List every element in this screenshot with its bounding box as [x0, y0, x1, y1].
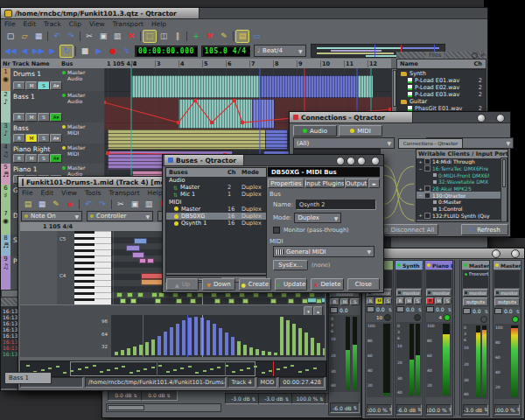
tempo-display[interactable]: 105.0 4/4 [201, 46, 250, 57]
velocity-bar[interactable] [231, 337, 234, 355]
monitor-button[interactable]: monitor [494, 289, 520, 297]
files-dock-titlebar[interactable]: Files ✕ [396, 52, 486, 59]
expander-icon[interactable]: + [418, 186, 423, 192]
tree-item[interactable]: −16:TerraTec DMX6Fire [416, 165, 508, 172]
stepper-icon[interactable]: ⇅ [484, 407, 487, 412]
copy-button[interactable]: ▣ [128, 198, 142, 211]
expander-icon[interactable]: + [418, 213, 423, 218]
stepper-icon[interactable]: ⇅ [388, 307, 392, 312]
col-nr[interactable]: Nr [1, 60, 12, 67]
knob-row[interactable]: 4 [427, 314, 451, 321]
midi-note[interactable] [139, 258, 146, 263]
tree-item-selected[interactable]: −130:Qtractor [416, 192, 508, 199]
velocity-bar[interactable] [158, 336, 161, 355]
slider-handle[interactable] [330, 307, 338, 313]
col-bus[interactable]: Bus [61, 60, 73, 67]
plugin-list[interactable]: Freeverb ( [463, 270, 488, 288]
velocity-bar[interactable] [219, 328, 222, 355]
undo-button[interactable]: ↶ [81, 198, 95, 211]
velocity-bar[interactable] [145, 342, 149, 355]
track-bus-cell[interactable]: MasterMIDI [62, 145, 86, 158]
track-m-button[interactable]: M [25, 154, 38, 163]
midi-note[interactable] [137, 292, 144, 298]
add-track-button[interactable]: + [189, 30, 203, 43]
velocity-bar[interactable] [115, 352, 118, 355]
panic-button[interactable]: ↯ [120, 45, 134, 58]
buses-titlebar[interactable]: Buses - Qtractor [164, 155, 244, 165]
track-r-button[interactable]: R [367, 298, 374, 304]
menu-transport[interactable]: Transport [108, 189, 139, 197]
lane-type-select[interactable]: Controller▼ [87, 211, 153, 221]
stepper-icon[interactable]: ⇅ [517, 407, 520, 412]
midi-note[interactable] [120, 298, 126, 304]
midi-note[interactable] [190, 298, 196, 304]
file-system-button[interactable]: ▤ [235, 30, 249, 43]
undo-button[interactable]: ↶ [50, 30, 64, 43]
track-m-button[interactable]: M [340, 298, 350, 305]
menu-help[interactable]: Help [148, 189, 163, 197]
knob-icon[interactable] [444, 314, 451, 321]
menu-edit[interactable]: Edit [24, 20, 37, 28]
stop-button[interactable]: ■ [78, 45, 92, 58]
track-r-button[interactable]: R [13, 134, 25, 143]
tab-audio[interactable]: Audio [293, 125, 337, 136]
midi-note[interactable] [132, 252, 144, 258]
save-file-button[interactable]: ▦ [35, 198, 49, 211]
tree-item[interactable]: +14:Midi Through [416, 158, 508, 165]
update-button[interactable]: ✔Update [275, 278, 307, 290]
velocity-bar[interactable] [304, 332, 308, 355]
clip[interactable] [178, 99, 254, 129]
slider-handle[interactable] [426, 306, 434, 312]
midi-note[interactable] [302, 298, 308, 304]
midi-note[interactable] [176, 298, 182, 304]
open-session-button[interactable]: ▱ [18, 30, 32, 43]
slider-handle[interactable] [494, 308, 502, 314]
midi-note[interactable] [151, 292, 158, 298]
create-button[interactable]: ●Create [239, 278, 271, 290]
save-session-button[interactable]: ▦ [32, 30, 46, 43]
track-s-button[interactable]: S [444, 298, 452, 304]
gain-value[interactable]: 100.0 %⇅ [291, 393, 328, 404]
stepper-icon[interactable]: ⇅ [389, 407, 392, 412]
track-s-button[interactable]: S [38, 134, 50, 143]
gain-value[interactable]: -6.0 dB⇅ [330, 402, 360, 413]
velocity-bar[interactable] [237, 341, 241, 355]
track-s-button[interactable]: S [384, 298, 392, 304]
stepper-icon[interactable]: ⇅ [449, 407, 452, 412]
outputs-button[interactable]: outputs [494, 298, 520, 306]
fast-forward-button[interactable]: ▶▶ [32, 45, 46, 58]
col-buses[interactable]: Buses [169, 169, 188, 176]
remove-track-button[interactable]: ✖ [203, 30, 217, 43]
range-mode-button[interactable]: ◫ [157, 30, 171, 43]
track-m-button[interactable]: M [435, 298, 443, 304]
edit-track-button[interactable]: ✎ [217, 30, 231, 43]
paste-button[interactable]: ▥ [142, 198, 156, 211]
tree-item[interactable]: 0:Master [416, 199, 508, 206]
track-s-button[interactable]: S [38, 113, 50, 122]
copy-button[interactable]: ▣ [96, 30, 110, 43]
midi-note[interactable] [242, 298, 248, 304]
velocity-bar[interactable] [164, 332, 167, 355]
velocity-bar[interactable] [323, 348, 325, 355]
monitor-button[interactable]: monitor [463, 289, 488, 297]
play-button[interactable]: ▶ [92, 45, 106, 58]
close-icon[interactable] [496, 114, 505, 122]
connections-titlebar[interactable]: Connections - Qtractor [290, 112, 413, 122]
velocity-lane[interactable] [111, 315, 325, 357]
plugin-list[interactable] [396, 270, 422, 288]
menu-view[interactable]: View [61, 189, 77, 197]
close-icon[interactable] [511, 249, 520, 258]
tree-item[interactable]: 1:Control [416, 206, 508, 213]
messages-dock-handle[interactable] [1, 298, 18, 305]
clip[interactable] [265, 130, 288, 150]
editor-overview[interactable] [20, 360, 326, 377]
menu-clip[interactable]: Clip [69, 20, 81, 28]
velocity-bar[interactable] [286, 320, 290, 355]
strip-label[interactable]: Master Ou [462, 261, 489, 270]
track-m-button[interactable]: M [405, 298, 413, 304]
track-r-button[interactable]: R [426, 298, 434, 304]
dock-float-icon[interactable] [472, 52, 478, 59]
gain-value[interactable]: 100.0 %⇅ [494, 404, 520, 415]
list-item[interactable]: Synth [397, 70, 486, 77]
midi-note[interactable] [126, 245, 140, 251]
